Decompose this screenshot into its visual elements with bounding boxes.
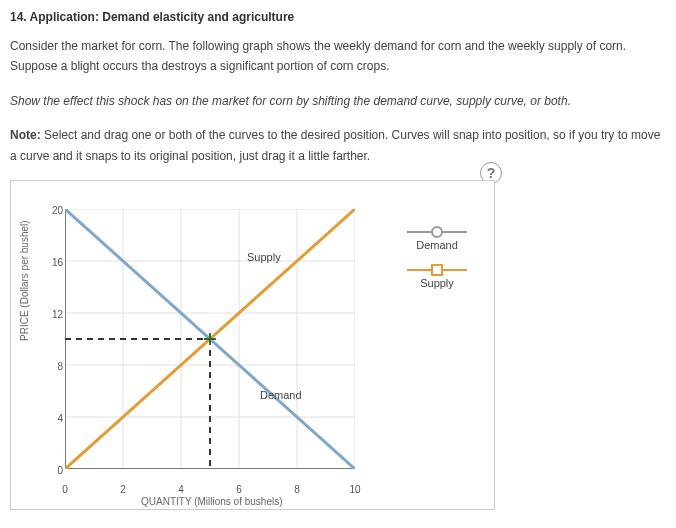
x-tick: 4 — [171, 484, 191, 495]
instruction-text: Show the effect this shock has on the ma… — [10, 91, 666, 111]
legend-demand[interactable]: Demand — [392, 231, 482, 251]
legend: Demand Supply — [392, 231, 482, 307]
note-text: Select and drag one or both of the curve… — [10, 128, 660, 162]
note-paragraph: Note: Select and drag one or both of the… — [10, 125, 666, 166]
y-axis-label: PRICE (Dollars per bushel) — [19, 220, 30, 341]
graph-container: PRICE (Dollars per bushel) QUANTITY (Mil… — [10, 180, 495, 510]
x-axis-label: QUANTITY (Millions of bushels) — [141, 496, 283, 507]
plot-area[interactable]: Supply Demand — [65, 209, 355, 469]
x-tick: 2 — [113, 484, 133, 495]
note-label: Note: — [10, 128, 41, 142]
question-description: Consider the market for corn. The follow… — [10, 36, 666, 77]
y-tick: 12 — [47, 309, 63, 320]
legend-label: Supply — [420, 277, 454, 289]
x-tick: 8 — [287, 484, 307, 495]
circle-icon — [407, 231, 467, 233]
y-tick: 20 — [47, 205, 63, 216]
y-tick: 0 — [47, 465, 63, 476]
legend-supply[interactable]: Supply — [392, 269, 482, 289]
x-tick: 6 — [229, 484, 249, 495]
y-tick: 16 — [47, 257, 63, 268]
x-tick: 0 — [55, 484, 75, 495]
demand-label: Demand — [260, 389, 302, 401]
supply-label: Supply — [247, 251, 281, 263]
y-tick: 4 — [47, 413, 63, 424]
question-title: 14. Application: Demand elasticity and a… — [10, 10, 666, 24]
legend-label: Demand — [416, 239, 458, 251]
y-tick: 8 — [47, 361, 63, 372]
square-icon — [407, 269, 467, 271]
x-tick: 10 — [345, 484, 365, 495]
